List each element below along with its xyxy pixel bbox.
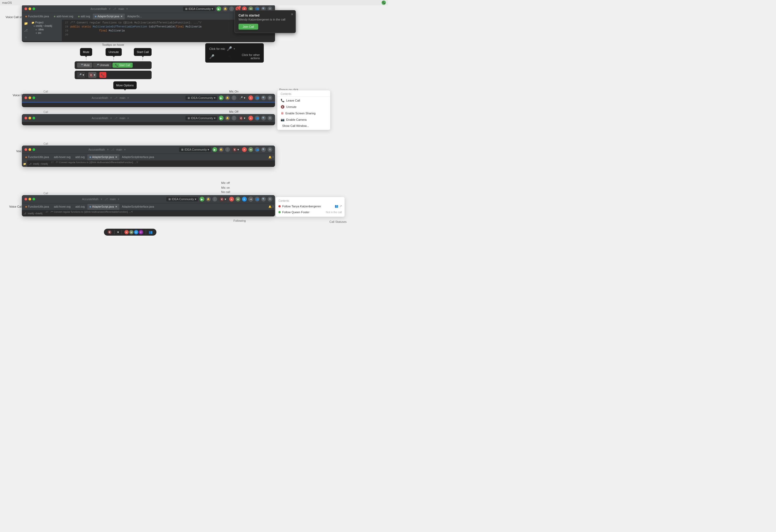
tl-yellow-4[interactable] bbox=[28, 198, 31, 200]
tl-yellow[interactable] bbox=[28, 7, 31, 10]
search-btn-2[interactable]: 🔍 bbox=[261, 96, 266, 100]
tl-green-2[interactable] bbox=[32, 97, 35, 99]
tab-4-hover[interactable]: add-hover.svg bbox=[52, 204, 73, 210]
follow-icon-1[interactable]: 👥 bbox=[335, 204, 339, 208]
tree-intellij[interactable]: ▾ intellij ~/intellij bbox=[30, 24, 61, 28]
following-item-tanya[interactable]: Follow Tanya Katzenbergeren 👥 ↗ bbox=[276, 203, 345, 209]
bell-icon-4[interactable]: 🔔 3 bbox=[268, 205, 274, 208]
follow-icon-2[interactable]: ↗ bbox=[340, 204, 342, 208]
people-zoom-icon[interactable]: 👥 bbox=[149, 230, 153, 234]
notif-btn-4[interactable]: 🔔 bbox=[206, 197, 211, 201]
tab-addsvg[interactable]: add.svg bbox=[76, 14, 92, 19]
run-btn-4[interactable]: ▶ bbox=[200, 197, 204, 201]
phone-btn[interactable]: 📞 bbox=[100, 72, 106, 78]
run-btn[interactable]: ▶ bbox=[216, 6, 221, 11]
unmute-btn[interactable]: 🎤 Unmute bbox=[93, 63, 112, 68]
run-btn-2b[interactable]: ▶ bbox=[219, 116, 224, 121]
search-btn-3[interactable]: 🔍 bbox=[261, 147, 266, 152]
settings-btn-2b[interactable]: ⚙ bbox=[267, 116, 272, 121]
traffic-lights-main bbox=[24, 7, 35, 10]
tab-3-hover[interactable]: add-hover.svg bbox=[52, 154, 73, 160]
mute-btn[interactable]: 🎤 Mute bbox=[77, 63, 92, 68]
idea-community-4[interactable]: 🖥 IDEA Community ▾ bbox=[166, 197, 198, 201]
idea-community-3[interactable]: 🖥 IDEA Community ▾ bbox=[179, 147, 211, 152]
people-btn-4[interactable]: 👥 bbox=[255, 197, 259, 201]
tl-green-2b[interactable] bbox=[32, 117, 35, 120]
tl-red-3[interactable] bbox=[24, 148, 27, 151]
ide-titlebar-right-2b: 🖥 IDEA Community ▾ ▶ 🔔 ⋮ 🔇 ▾ A 👥 🔍 ⚙ bbox=[185, 115, 272, 121]
mic-icon-btn[interactable]: 🎤 ▾ bbox=[77, 72, 85, 78]
more-btn[interactable]: ⋮ bbox=[229, 6, 234, 11]
start-call-btn[interactable]: 📞 Start Call bbox=[113, 63, 133, 68]
more-btn-4[interactable]: ⋮ bbox=[212, 197, 217, 201]
tab-3-functionutils[interactable]: FunctionUtils.java bbox=[23, 154, 51, 160]
sidebar-folder-icon[interactable]: 📁 bbox=[23, 21, 29, 26]
tl-red[interactable] bbox=[24, 7, 27, 10]
notif-btn-2b[interactable]: 🔔 bbox=[225, 116, 230, 121]
more-btn-3[interactable]: ⋮ bbox=[225, 147, 230, 152]
mic-toolbar-3[interactable]: 🔇 ▾ bbox=[232, 147, 240, 153]
tab-adapterscript[interactable]: AdapterScript.java ✕ bbox=[93, 14, 125, 19]
popup-item-show-window[interactable]: Show Call Window... bbox=[277, 123, 330, 129]
tl-yellow-3[interactable] bbox=[28, 148, 31, 151]
mic-toolbar-4[interactable]: 🔇 ▾ bbox=[219, 196, 228, 202]
search-btn-2b[interactable]: 🔍 bbox=[261, 116, 266, 121]
muted-zoom-icon[interactable]: 🔇 bbox=[108, 230, 112, 234]
call-title-3: Call bbox=[43, 142, 48, 145]
popup-item-unmute[interactable]: 🔇 Unmute bbox=[277, 104, 330, 110]
tab-3-adapterscript[interactable]: AdapterScript.java ✕ bbox=[87, 154, 120, 160]
notif-btn-3[interactable]: 🔔 bbox=[219, 147, 224, 152]
sidebar-icon-3[interactable]: 📁 bbox=[22, 162, 27, 166]
mic-toolbar-btn[interactable]: 🎤 ▾ bbox=[238, 95, 247, 101]
chevron-zoom-icon[interactable]: ▾ bbox=[117, 230, 119, 234]
tab-4-adapterscriptinterface[interactable]: AdapterScriptInterface.java bbox=[120, 204, 156, 210]
tree-idea[interactable]: ▸ .idea bbox=[30, 28, 61, 31]
tl-red-4[interactable] bbox=[24, 198, 27, 200]
tab-3-addsvg[interactable]: add.svg bbox=[73, 154, 87, 160]
tl-green-3[interactable] bbox=[32, 148, 35, 151]
run-btn-3[interactable]: ▶ bbox=[212, 147, 217, 152]
mic-muted-btn[interactable]: 🔇 ▾ bbox=[88, 72, 96, 78]
tl-green[interactable] bbox=[32, 7, 35, 10]
call-popup-close[interactable]: ✕ bbox=[291, 13, 294, 16]
popup-item-leave[interactable]: 📞 Leave Call bbox=[277, 97, 330, 104]
popup-item-screen-sharing[interactable]: 🖥 Enable Screen Sharing bbox=[277, 110, 330, 117]
tl-yellow-2[interactable] bbox=[28, 97, 31, 99]
settings-btn-3[interactable]: ⚙ bbox=[267, 147, 272, 152]
tab-3-adapterscriptinterface[interactable]: AdapterScriptInterface.java bbox=[120, 154, 156, 160]
people-btn-2b[interactable]: 👥 bbox=[255, 116, 259, 121]
tl-red-2[interactable] bbox=[24, 97, 27, 99]
debug-btn[interactable]: 🔔 bbox=[223, 6, 228, 11]
idea-community-2[interactable]: 🖥 IDEA Community ▾ bbox=[185, 96, 217, 100]
mic-toolbar-muted-btn[interactable]: 🔇 ▾ bbox=[238, 115, 247, 121]
tl-red-2b[interactable] bbox=[24, 117, 27, 120]
tab-4-adapterscript[interactable]: AdapterScript.java ✕ bbox=[87, 204, 120, 210]
tl-green-4[interactable] bbox=[32, 198, 35, 200]
tab-4-functionutils[interactable]: FunctionUtils.java bbox=[23, 204, 51, 210]
sidebar-git-icon[interactable]: ⎇ bbox=[23, 28, 29, 33]
more-btn-2[interactable]: ⋮ bbox=[232, 96, 236, 100]
tab-hover[interactable]: add-hover.svg bbox=[52, 14, 75, 19]
settings-btn-4[interactable]: ⚙ bbox=[267, 197, 272, 201]
following-item-queen[interactable]: Follow Queen Foster Not in the call bbox=[276, 209, 345, 215]
search-btn-4[interactable]: 🔍 bbox=[261, 197, 266, 201]
join-call-button[interactable]: Join Call bbox=[238, 24, 258, 30]
tab-functionutils[interactable]: FunctionUtils.java bbox=[23, 14, 51, 19]
tl-yellow-2b[interactable] bbox=[28, 117, 31, 120]
settings-btn-2[interactable]: ⚙ bbox=[267, 96, 272, 100]
tree-project[interactable]: 📁 Project bbox=[30, 21, 61, 24]
sidebar-commit-icon[interactable]: ○ bbox=[23, 35, 29, 40]
tree-src[interactable]: ▾ src bbox=[30, 31, 61, 35]
notif-btn-2[interactable]: 🔔 bbox=[225, 96, 230, 100]
people-btn-2[interactable]: 👥 bbox=[255, 96, 259, 100]
idea-community-label-1[interactable]: 🖥 IDEA Community ▾ bbox=[183, 7, 215, 11]
tab-adapterscriptinterface[interactable]: AdapterSc... bbox=[125, 14, 144, 19]
popup-item-camera[interactable]: 📷 Enable Camera bbox=[277, 117, 330, 123]
tab-4-addsvg[interactable]: add.svg bbox=[73, 204, 87, 210]
people-btn-3[interactable]: 👥 bbox=[255, 147, 259, 152]
run-btn-2[interactable]: ▶ bbox=[219, 96, 224, 100]
phone-icon[interactable]: 📞 bbox=[382, 1, 386, 5]
more-btn-2b[interactable]: ⋮ bbox=[232, 116, 236, 121]
bell-icon-3[interactable]: 🔔 3 bbox=[268, 156, 274, 159]
idea-community-2b[interactable]: 🖥 IDEA Community ▾ bbox=[185, 116, 217, 121]
